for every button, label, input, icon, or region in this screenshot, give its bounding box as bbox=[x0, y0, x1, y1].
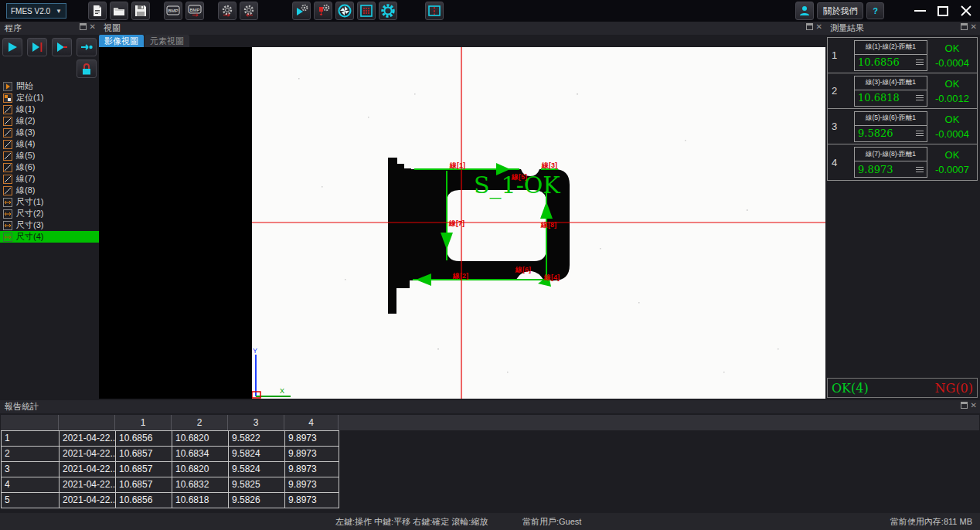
chevron-down-icon: ▼ bbox=[56, 8, 62, 15]
float-panel-icon[interactable] bbox=[961, 402, 968, 409]
lock-button[interactable] bbox=[77, 59, 97, 78]
minimize-button[interactable] bbox=[909, 2, 931, 19]
tab-image-view[interactable]: 影像視圖 bbox=[99, 35, 144, 47]
tree-item-line-4[interactable]: 線(4) bbox=[0, 138, 99, 150]
tree-item-dimension-3[interactable]: 尺寸(3) bbox=[0, 219, 99, 231]
tree-item-line-7[interactable]: 線(7) bbox=[0, 173, 99, 185]
load-bmp-button[interactable]: BMP bbox=[164, 2, 182, 20]
about-us-button[interactable]: 關於我們 bbox=[817, 2, 863, 19]
line-label-3: 線[3] bbox=[541, 161, 557, 169]
table-row[interactable]: 42021-04-22... 10.685710.6832 9.58259.89… bbox=[2, 477, 339, 493]
col-header-1[interactable]: 1 bbox=[115, 415, 172, 430]
save-bmp-icon: BMP bbox=[188, 5, 202, 17]
results-panel: 測量結果 ✕ 1 線(1)-線(2)-距離1 10.6856 OK -0.000… bbox=[825, 22, 980, 400]
new-file-icon bbox=[91, 5, 104, 17]
image-viewport[interactable]: 線[1] 線[2] 線[3] 線[4] 線[5] 線[6] 線[7] 線[8] … bbox=[99, 47, 825, 399]
step-into-icon bbox=[80, 41, 94, 53]
run-once-button[interactable] bbox=[27, 38, 47, 56]
split-view-button[interactable] bbox=[425, 2, 444, 20]
import-params-icon bbox=[221, 5, 233, 17]
run-settings-button[interactable] bbox=[292, 2, 311, 20]
export-params-button[interactable] bbox=[240, 2, 258, 20]
col-header-2[interactable]: 2 bbox=[172, 415, 228, 430]
line-label-1: 線[1] bbox=[449, 161, 465, 169]
row-menu-icon[interactable] bbox=[916, 59, 924, 65]
close-panel-icon[interactable]: ✕ bbox=[816, 23, 822, 30]
tree-item-locate-1[interactable]: 定位(1) bbox=[0, 92, 99, 104]
row-menu-icon[interactable] bbox=[916, 95, 924, 100]
line-tool-icon bbox=[3, 175, 12, 184]
help-icon: ? bbox=[873, 6, 878, 15]
results-table: 1 線(1)-線(2)-距離1 10.6856 OK -0.0004 2 線(3… bbox=[827, 37, 978, 181]
float-panel-icon[interactable] bbox=[806, 23, 813, 30]
program-tree: 開始 定位(1) 線(1) 線(2) 線(3) 線(4) 線(5) 線(6) bbox=[0, 80, 99, 243]
step-into-button[interactable] bbox=[77, 38, 97, 56]
result-row[interactable]: 4 線(7)-線(8)-距離1 9.8973 OK -0.0007 bbox=[828, 144, 977, 180]
help-button[interactable]: ? bbox=[866, 2, 884, 19]
float-panel-icon[interactable] bbox=[961, 23, 968, 30]
report-table-body: 12021-04-22... 10.685610.6820 9.58229.89… bbox=[1, 430, 339, 508]
about-us-label: 關於我們 bbox=[823, 5, 857, 17]
tab-element-view[interactable]: 元素視圖 bbox=[145, 35, 189, 47]
table-row[interactable]: 22021-04-22... 10.685710.6834 9.58249.89… bbox=[2, 447, 339, 462]
tree-item-line-5[interactable]: 線(5) bbox=[0, 150, 99, 161]
deviation-value: -0.0007 bbox=[935, 164, 969, 175]
tree-item-dimension-2[interactable]: 尺寸(2) bbox=[0, 208, 99, 219]
line-label-7: 線[7] bbox=[448, 219, 464, 227]
tree-item-dimension-1[interactable]: 尺寸(1) bbox=[0, 196, 99, 208]
new-file-button[interactable] bbox=[88, 2, 107, 20]
result-summary-bar: OK(4) NG(0) bbox=[827, 378, 978, 398]
run-step-button[interactable] bbox=[52, 38, 72, 56]
result-row[interactable]: 2 線(3)-線(4)-距離1 10.6818 OK -0.0012 bbox=[828, 73, 977, 109]
row-menu-icon[interactable] bbox=[916, 167, 924, 172]
tool-settings-button[interactable] bbox=[314, 2, 332, 20]
maximize-button[interactable] bbox=[932, 2, 954, 19]
program-panel: 程序 ✕ 開始 定位(1) 線(1) bbox=[0, 22, 99, 400]
save-bmp-button[interactable]: BMP bbox=[185, 2, 204, 20]
save-file-button[interactable] bbox=[131, 2, 150, 20]
camera-button[interactable] bbox=[335, 2, 354, 20]
line-tool-icon bbox=[3, 140, 12, 149]
deviation-value: -0.0004 bbox=[935, 57, 969, 69]
table-row[interactable]: 32021-04-22... 10.685710.6820 9.58249.89… bbox=[2, 462, 339, 477]
settings-button[interactable] bbox=[379, 2, 397, 20]
col-header-3[interactable]: 3 bbox=[228, 415, 284, 430]
current-user: 當前用戶:Guest bbox=[522, 516, 581, 528]
close-panel-icon[interactable]: ✕ bbox=[971, 23, 977, 30]
results-panel-title: 測量結果 bbox=[830, 23, 864, 32]
dimension-icon bbox=[3, 233, 12, 242]
tree-item-line-2[interactable]: 線(2) bbox=[0, 115, 99, 127]
line-tool-icon bbox=[3, 128, 12, 138]
user-button[interactable] bbox=[795, 2, 814, 20]
tree-item-start[interactable]: 開始 bbox=[0, 80, 99, 92]
mouse-hints: 左鍵:操作 中鍵:平移 右鍵:確定 滾輪:縮放 bbox=[335, 516, 488, 528]
open-file-button[interactable] bbox=[110, 2, 128, 20]
svg-text:BMP: BMP bbox=[189, 8, 199, 12]
status-badge: OK bbox=[945, 114, 960, 125]
dimension-icon bbox=[3, 221, 12, 230]
table-row[interactable]: 12021-04-22... 10.685610.6820 9.58229.89… bbox=[2, 431, 339, 447]
tree-item-line-8[interactable]: 線(8) bbox=[0, 185, 99, 196]
tree-item-line-1[interactable]: 線(1) bbox=[0, 104, 99, 115]
col-header-4[interactable]: 4 bbox=[284, 415, 339, 430]
run-button[interactable] bbox=[2, 38, 22, 56]
coordinate-axes: Y X bbox=[252, 347, 291, 398]
program-panel-title: 程序 bbox=[5, 23, 22, 32]
close-panel-icon[interactable]: ✕ bbox=[971, 402, 977, 409]
tree-item-line-3[interactable]: 線(3) bbox=[0, 127, 99, 138]
row-menu-icon[interactable] bbox=[916, 131, 924, 136]
close-panel-icon[interactable]: ✕ bbox=[90, 23, 96, 30]
result-row[interactable]: 3 線(5)-線(6)-距離1 9.5826 OK -0.0004 bbox=[828, 109, 977, 144]
inspection-status-text: S_1-OK bbox=[474, 172, 560, 199]
float-panel-icon[interactable] bbox=[80, 23, 87, 30]
tree-item-line-6[interactable]: 線(6) bbox=[0, 161, 99, 173]
run-step-icon bbox=[56, 41, 68, 53]
calibration-button[interactable] bbox=[357, 2, 376, 20]
tool-settings-icon bbox=[316, 4, 330, 18]
close-button[interactable] bbox=[955, 2, 977, 19]
app-version-dropdown[interactable]: FMES V2.0 ▼ bbox=[6, 3, 66, 19]
table-row[interactable]: 52021-04-22... 10.685610.6818 9.58269.89… bbox=[2, 493, 339, 508]
tree-item-dimension-4[interactable]: 尺寸(4) bbox=[0, 231, 99, 243]
import-params-button[interactable] bbox=[218, 2, 236, 20]
result-row[interactable]: 1 線(1)-線(2)-距離1 10.6856 OK -0.0004 bbox=[828, 38, 977, 73]
